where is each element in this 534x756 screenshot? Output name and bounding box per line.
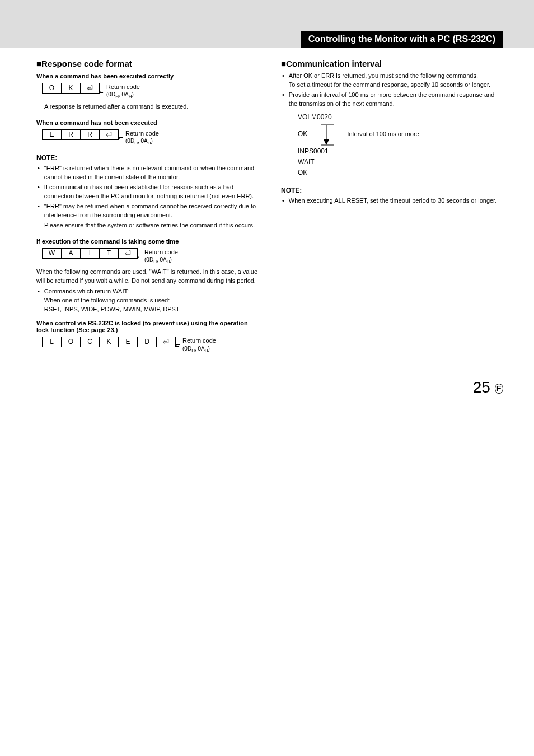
wait-diagram: W A I T ⏎ Return code (0DH, 0AH) [42, 248, 259, 265]
cell: E [43, 130, 62, 140]
err-diagram: E R R ⏎ Return code (0DH, 0AH) [42, 129, 259, 147]
communication-interval-title: ■Communication interval [281, 59, 503, 68]
cell: T [100, 249, 119, 259]
cell: E [119, 337, 138, 347]
sub-taking-time: If execution of the command is taking so… [36, 238, 259, 245]
return-code-hex: (0DH, 0AH) [106, 91, 140, 100]
cell-return: ⏎ [81, 83, 100, 94]
cell-return: ⏎ [119, 249, 138, 259]
interval-l2: OK [298, 129, 307, 139]
interval-item: After OK or ERR is returned, you must se… [281, 72, 503, 90]
wait-list-line2: RSET, INPS, WIDE, POWR, MWIN, MWIP, DPST [44, 305, 180, 314]
wait-cells: W A I T ⏎ [42, 248, 138, 259]
locked-diagram: L O C K E D ⏎ Return code (0DH, 0AH) [42, 337, 259, 354]
cell-return: ⏎ [157, 337, 176, 347]
sub-executed-correctly: When a command has been executed correct… [36, 73, 259, 80]
cell: C [81, 337, 100, 347]
ok-cells: O K ⏎ [42, 83, 100, 94]
ok-diagram: O K ⏎ Return code (0DH, 0AH) [42, 83, 259, 100]
cell: R [62, 130, 81, 140]
wait-list-line1: When one of the following commands is us… [44, 296, 180, 305]
err-cells: E R R ⏎ [42, 129, 119, 140]
interval-l4: WAIT [298, 157, 503, 167]
wait-list-head: Commands which return WAIT: [44, 287, 180, 296]
cell: O [43, 83, 62, 94]
connector: Return code (0DH, 0AH) [175, 337, 216, 354]
note-item: "ERR" is returned when there is no relev… [36, 164, 259, 182]
note-list: "ERR" is returned when there is no relev… [36, 164, 259, 220]
sub-locked: When control via RS-232C is locked (to p… [36, 320, 259, 333]
cell: W [43, 249, 62, 259]
note-item: If communication has not been establishe… [36, 183, 259, 201]
note-item: "ERR" may be returned when a command can… [36, 202, 259, 220]
interval-diagram: VOLM0020 OK Interval of 100 ms or more I… [298, 112, 503, 179]
sub-not-executed: When a command has not been executed [36, 119, 259, 126]
interval-list: After OK or ERR is returned, you must se… [281, 72, 503, 109]
note-heading: NOTE: [36, 154, 259, 162]
return-code-hex: (0DH, 0AH) [125, 137, 159, 146]
return-code-label: Return code [144, 248, 178, 256]
interval-l3: INPS0001 [298, 146, 503, 157]
cell: A [62, 249, 81, 259]
wait-list: Commands which return WAIT: When one of … [36, 287, 259, 314]
right-column: ■Communication interval After OK or ERR … [281, 59, 503, 356]
svg-marker-2 [324, 139, 329, 145]
cell: L [43, 337, 62, 347]
wait-paragraph: When the following commands are used, "W… [36, 268, 259, 286]
page-number: 25 E [0, 379, 534, 413]
interval-arrow-box: Interval of 100 ms or more [318, 123, 425, 146]
response-code-format-title: ■Response code format [36, 59, 259, 68]
locked-cells: L O C K E D ⏎ [42, 337, 176, 347]
note-trailer: Please ensure that the system or softwar… [36, 221, 259, 230]
cell: K [100, 337, 119, 347]
cell: O [62, 337, 81, 347]
note-heading-right: NOTE: [281, 186, 503, 194]
header-band: Controlling the Monitor with a PC (RS-23… [0, 0, 534, 48]
page-header-title: Controlling the Monitor with a PC (RS-23… [301, 31, 503, 48]
cell: I [81, 249, 100, 259]
cell: D [138, 337, 157, 347]
return-code-hex: (0DH, 0AH) [182, 345, 216, 354]
content-area: ■Response code format When a command has… [0, 48, 534, 379]
interval-l5: OK [298, 167, 503, 178]
return-code-label: Return code [106, 83, 140, 91]
down-arrow-icon [318, 123, 335, 146]
cell: R [81, 130, 100, 140]
cell-return: ⏎ [100, 130, 119, 140]
cell: K [62, 83, 81, 94]
wait-list-item: Commands which return WAIT: When one of … [36, 287, 259, 314]
return-code-hex: (0DH, 0AH) [144, 256, 178, 265]
connector: Return code (0DH, 0AH) [99, 83, 140, 100]
note-list-right: When executing ALL RESET, set the timeou… [281, 197, 503, 206]
interval-item: Provide an interval of 100 ms or more be… [281, 91, 503, 109]
interval-l1: VOLM0020 [298, 112, 503, 123]
return-code-label: Return code [182, 337, 216, 344]
return-code-label: Return code [125, 129, 159, 137]
note-item: When executing ALL RESET, set the timeou… [281, 197, 503, 206]
interval-label: Interval of 100 ms or more [341, 127, 425, 142]
ok-description: A response is returned after a command i… [36, 102, 259, 111]
left-column: ■Response code format When a command has… [36, 59, 259, 356]
connector: Return code (0DH, 0AH) [118, 129, 159, 147]
connector: Return code (0DH, 0AH) [137, 248, 178, 265]
